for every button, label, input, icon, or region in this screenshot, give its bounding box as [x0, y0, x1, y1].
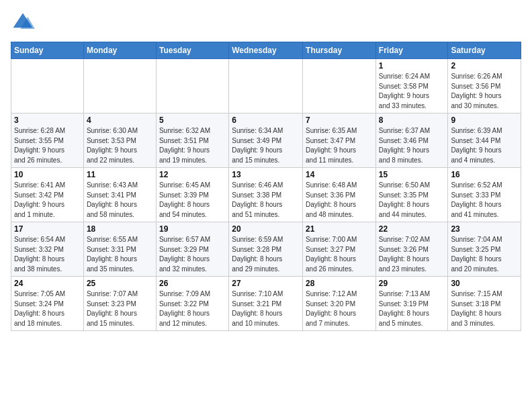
day-info: Sunrise: 6:55 AM Sunset: 3:31 PM Dayligh…	[87, 235, 153, 274]
calendar-cell: 1Sunrise: 6:24 AM Sunset: 3:58 PM Daylig…	[375, 59, 448, 113]
day-info: Sunrise: 6:35 AM Sunset: 3:47 PM Dayligh…	[306, 126, 373, 165]
day-number: 4	[87, 116, 153, 125]
calendar-cell: 18Sunrise: 6:55 AM Sunset: 3:31 PM Dayli…	[83, 222, 156, 277]
calendar-cell: 21Sunrise: 7:00 AM Sunset: 3:27 PM Dayli…	[303, 222, 376, 277]
day-info: Sunrise: 7:12 AM Sunset: 3:20 PM Dayligh…	[306, 289, 373, 328]
calendar-cell: 3Sunrise: 6:28 AM Sunset: 3:55 PM Daylig…	[11, 113, 84, 168]
day-info: Sunrise: 6:43 AM Sunset: 3:41 PM Dayligh…	[87, 181, 153, 220]
calendar-cell: 13Sunrise: 6:46 AM Sunset: 3:38 PM Dayli…	[229, 168, 303, 222]
calendar-cell: 4Sunrise: 6:30 AM Sunset: 3:53 PM Daylig…	[83, 113, 156, 168]
day-number: 12	[159, 170, 226, 179]
calendar-cell: 8Sunrise: 6:37 AM Sunset: 3:46 PM Daylig…	[375, 113, 448, 168]
day-number: 24	[14, 279, 81, 288]
calendar-cell: 14Sunrise: 6:48 AM Sunset: 3:36 PM Dayli…	[303, 168, 376, 222]
calendar-cell	[156, 59, 228, 113]
calendar-cell: 10Sunrise: 6:41 AM Sunset: 3:42 PM Dayli…	[11, 168, 84, 222]
week-row-1: 3Sunrise: 6:28 AM Sunset: 3:55 PM Daylig…	[11, 113, 521, 168]
calendar-cell: 27Sunrise: 7:10 AM Sunset: 3:21 PM Dayli…	[229, 277, 303, 331]
day-info: Sunrise: 6:39 AM Sunset: 3:44 PM Dayligh…	[451, 126, 518, 165]
day-info: Sunrise: 6:48 AM Sunset: 3:36 PM Dayligh…	[306, 181, 373, 220]
calendar-table: SundayMondayTuesdayWednesdayThursdayFrid…	[11, 42, 521, 331]
day-number: 7	[306, 116, 373, 125]
page: SundayMondayTuesdayWednesdayThursdayFrid…	[0, 0, 532, 411]
calendar-cell	[83, 59, 156, 113]
calendar-cell: 17Sunrise: 6:54 AM Sunset: 3:32 PM Dayli…	[11, 222, 84, 277]
day-number: 5	[159, 116, 226, 125]
day-number: 15	[379, 170, 445, 179]
weekday-header-tuesday: Tuesday	[156, 42, 228, 59]
calendar-cell: 9Sunrise: 6:39 AM Sunset: 3:44 PM Daylig…	[448, 113, 521, 168]
day-info: Sunrise: 6:59 AM Sunset: 3:28 PM Dayligh…	[232, 235, 300, 274]
calendar-cell	[11, 59, 84, 113]
header	[11, 11, 521, 35]
week-row-0: 1Sunrise: 6:24 AM Sunset: 3:58 PM Daylig…	[11, 59, 521, 113]
calendar-cell: 30Sunrise: 7:15 AM Sunset: 3:18 PM Dayli…	[448, 277, 521, 331]
day-info: Sunrise: 6:24 AM Sunset: 3:58 PM Dayligh…	[379, 72, 445, 111]
calendar-cell: 19Sunrise: 6:57 AM Sunset: 3:29 PM Dayli…	[156, 222, 228, 277]
day-info: Sunrise: 7:04 AM Sunset: 3:25 PM Dayligh…	[451, 235, 518, 274]
day-info: Sunrise: 7:05 AM Sunset: 3:24 PM Dayligh…	[14, 289, 81, 328]
day-number: 9	[451, 116, 518, 125]
day-info: Sunrise: 6:50 AM Sunset: 3:35 PM Dayligh…	[379, 181, 445, 220]
day-info: Sunrise: 7:07 AM Sunset: 3:23 PM Dayligh…	[87, 289, 153, 328]
calendar-cell	[303, 59, 376, 113]
logo	[11, 11, 38, 35]
calendar-cell: 28Sunrise: 7:12 AM Sunset: 3:20 PM Dayli…	[303, 277, 376, 331]
day-number: 29	[379, 279, 445, 288]
day-number: 1	[379, 61, 445, 71]
calendar-cell: 26Sunrise: 7:09 AM Sunset: 3:22 PM Dayli…	[156, 277, 228, 331]
calendar-cell: 12Sunrise: 6:45 AM Sunset: 3:39 PM Dayli…	[156, 168, 228, 222]
calendar-cell: 23Sunrise: 7:04 AM Sunset: 3:25 PM Dayli…	[448, 222, 521, 277]
day-number: 10	[14, 170, 81, 179]
day-number: 20	[232, 224, 300, 234]
day-number: 28	[306, 279, 373, 288]
day-number: 19	[159, 224, 226, 234]
day-info: Sunrise: 6:46 AM Sunset: 3:38 PM Dayligh…	[232, 181, 300, 220]
calendar-cell: 15Sunrise: 6:50 AM Sunset: 3:35 PM Dayli…	[375, 168, 448, 222]
weekday-header-thursday: Thursday	[303, 42, 376, 59]
weekday-header-wednesday: Wednesday	[229, 42, 303, 59]
day-info: Sunrise: 6:57 AM Sunset: 3:29 PM Dayligh…	[159, 235, 226, 274]
day-number: 16	[451, 170, 518, 179]
calendar-cell: 16Sunrise: 6:52 AM Sunset: 3:33 PM Dayli…	[448, 168, 521, 222]
calendar-cell: 5Sunrise: 6:32 AM Sunset: 3:51 PM Daylig…	[156, 113, 228, 168]
weekday-header-friday: Friday	[375, 42, 448, 59]
day-number: 17	[14, 224, 81, 234]
day-info: Sunrise: 6:26 AM Sunset: 3:56 PM Dayligh…	[451, 72, 518, 111]
day-number: 23	[451, 224, 518, 234]
day-number: 8	[379, 116, 445, 125]
day-number: 14	[306, 170, 373, 179]
day-info: Sunrise: 6:54 AM Sunset: 3:32 PM Dayligh…	[14, 235, 81, 274]
day-info: Sunrise: 6:41 AM Sunset: 3:42 PM Dayligh…	[14, 181, 81, 220]
day-number: 6	[232, 116, 300, 125]
day-info: Sunrise: 6:37 AM Sunset: 3:46 PM Dayligh…	[379, 126, 445, 165]
week-row-2: 10Sunrise: 6:41 AM Sunset: 3:42 PM Dayli…	[11, 168, 521, 222]
day-info: Sunrise: 7:09 AM Sunset: 3:22 PM Dayligh…	[159, 289, 226, 328]
day-info: Sunrise: 6:52 AM Sunset: 3:33 PM Dayligh…	[451, 181, 518, 220]
day-info: Sunrise: 6:28 AM Sunset: 3:55 PM Dayligh…	[14, 126, 81, 165]
day-info: Sunrise: 7:02 AM Sunset: 3:26 PM Dayligh…	[379, 235, 445, 274]
day-info: Sunrise: 7:10 AM Sunset: 3:21 PM Dayligh…	[232, 289, 300, 328]
day-number: 25	[87, 279, 153, 288]
day-number: 18	[87, 224, 153, 234]
day-number: 2	[451, 61, 518, 71]
day-number: 22	[379, 224, 445, 234]
day-number: 26	[159, 279, 226, 288]
day-number: 27	[232, 279, 300, 288]
day-info: Sunrise: 6:30 AM Sunset: 3:53 PM Dayligh…	[87, 126, 153, 165]
calendar-cell: 20Sunrise: 6:59 AM Sunset: 3:28 PM Dayli…	[229, 222, 303, 277]
calendar-cell	[229, 59, 303, 113]
day-info: Sunrise: 6:32 AM Sunset: 3:51 PM Dayligh…	[159, 126, 226, 165]
day-number: 30	[451, 279, 518, 288]
logo-icon	[11, 11, 35, 35]
weekday-header-saturday: Saturday	[448, 42, 521, 59]
weekday-header-row: SundayMondayTuesdayWednesdayThursdayFrid…	[11, 42, 521, 59]
weekday-header-sunday: Sunday	[11, 42, 84, 59]
calendar-cell: 29Sunrise: 7:13 AM Sunset: 3:19 PM Dayli…	[375, 277, 448, 331]
day-number: 3	[14, 116, 81, 125]
day-info: Sunrise: 7:00 AM Sunset: 3:27 PM Dayligh…	[306, 235, 373, 274]
calendar-cell: 2Sunrise: 6:26 AM Sunset: 3:56 PM Daylig…	[448, 59, 521, 113]
day-info: Sunrise: 6:45 AM Sunset: 3:39 PM Dayligh…	[159, 181, 226, 220]
week-row-3: 17Sunrise: 6:54 AM Sunset: 3:32 PM Dayli…	[11, 222, 521, 277]
calendar-cell: 11Sunrise: 6:43 AM Sunset: 3:41 PM Dayli…	[83, 168, 156, 222]
